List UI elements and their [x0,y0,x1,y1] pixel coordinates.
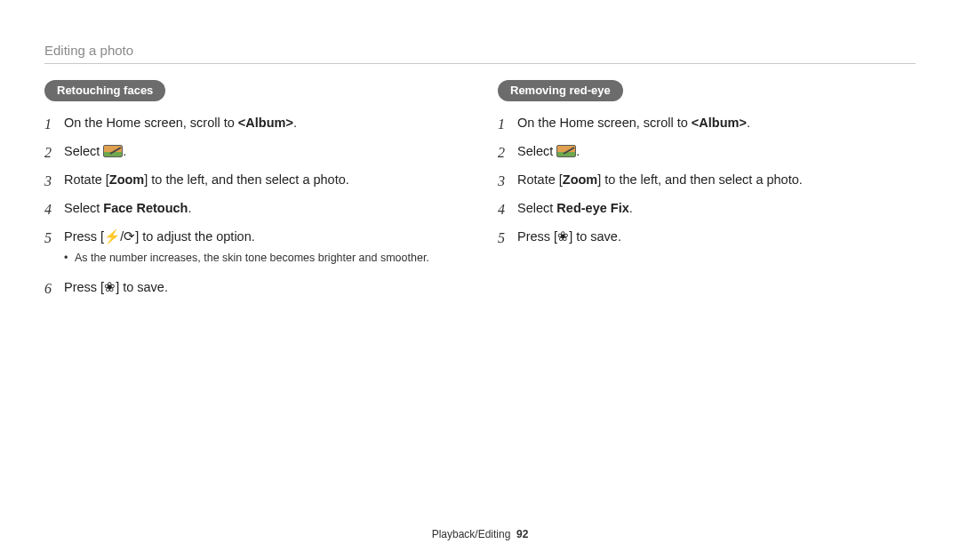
step-body: On the Home screen, scroll to <Album>. [517,114,916,133]
button-symbol: ⚡/⟳ [104,229,135,244]
step-number: 3 [44,171,64,192]
button-symbol: ❀ [557,229,569,244]
step-number: 2 [498,142,517,164]
footer-section: Playback/Editing [432,528,511,540]
step-number: 5 [498,228,517,249]
step-body: Press [❀] to save. [64,278,462,298]
step-body: Select Face Retouch. [64,199,462,219]
step-item: 2Select . [498,142,916,164]
step-bold-term: Red-eye Fix [556,201,628,215]
step-text: Press [❀] to save. [517,229,621,244]
page-title: Editing a photo [44,43,916,58]
edit-photo-icon [556,145,576,157]
step-text: Select . [64,144,126,158]
steps-retouching-faces: 1On the Home screen, scroll to <Album>.2… [44,114,462,300]
step-note-item: As the number increases, the skin tone b… [64,251,462,267]
step-text: On the Home screen, scroll to <Album>. [64,116,297,130]
page-footer: Playback/Editing 92 [0,528,960,540]
divider [44,63,916,64]
edit-photo-icon [103,145,123,157]
manual-page: Editing a photo Retouching faces 1On the… [0,0,960,560]
step-item: 1On the Home screen, scroll to <Album>. [498,114,916,135]
step-item: 4Select Red-eye Fix. [498,199,916,220]
step-notes: As the number increases, the skin tone b… [64,251,462,267]
subheading-removing-red-eye: Removing red-eye [498,80,623,101]
step-item: 6Press [❀] to save. [44,278,462,300]
step-text: On the Home screen, scroll to <Album>. [517,116,750,130]
step-number: 4 [44,199,64,220]
steps-removing-red-eye: 1On the Home screen, scroll to <Album>.2… [498,114,916,249]
step-number: 4 [498,199,517,220]
subheading-retouching-faces: Retouching faces [44,80,165,101]
step-bold-term: <Album> [238,116,293,130]
step-item: 5Press [❀] to save. [498,228,916,249]
step-item: 5Press [⚡/⟳] to adjust the option.As the… [44,228,462,271]
step-item: 1On the Home screen, scroll to <Album>. [44,114,462,135]
step-number: 1 [44,114,64,135]
step-number: 2 [44,142,64,164]
step-body: Rotate [Zoom] to the left, and then sele… [517,171,916,190]
step-bold-term: Face Retouch [103,201,188,215]
step-bold-term: Zoom [109,172,144,187]
step-body: Rotate [Zoom] to the left, and then sele… [64,171,462,190]
step-text: Select Red-eye Fix. [517,201,633,215]
step-body: Select . [64,142,462,162]
step-body: Select . [517,142,916,162]
step-bold-term: Zoom [563,172,597,187]
step-item: 3Rotate [Zoom] to the left, and then sel… [44,171,462,192]
two-column-layout: Retouching faces 1On the Home screen, sc… [44,80,916,307]
step-item: 4Select Face Retouch. [44,199,462,220]
button-symbol: ❀ [104,280,116,294]
step-body: On the Home screen, scroll to <Album>. [64,114,462,133]
step-body: Press [⚡/⟳] to adjust the option.As the … [64,228,462,271]
step-text: Rotate [Zoom] to the left, and then sele… [64,172,349,187]
step-text: Select . [517,144,580,158]
column-retouching-faces: Retouching faces 1On the Home screen, sc… [44,80,462,307]
footer-page-number: 92 [516,528,528,540]
step-body: Select Red-eye Fix. [517,199,916,219]
step-text: Select Face Retouch. [64,201,191,215]
step-number: 3 [498,171,517,192]
step-number: 1 [498,114,517,135]
step-item: 3Rotate [Zoom] to the left, and then sel… [498,171,916,192]
step-number: 5 [44,228,64,249]
step-text: Rotate [Zoom] to the left, and then sele… [517,172,803,187]
step-text: Press [❀] to save. [64,280,168,294]
column-removing-red-eye: Removing red-eye 1On the Home screen, sc… [498,80,916,307]
step-text: Press [⚡/⟳] to adjust the option. [64,229,255,244]
step-bold-term: <Album> [692,116,747,130]
step-number: 6 [44,278,64,300]
step-body: Press [❀] to save. [517,228,916,247]
step-item: 2Select . [44,142,462,164]
